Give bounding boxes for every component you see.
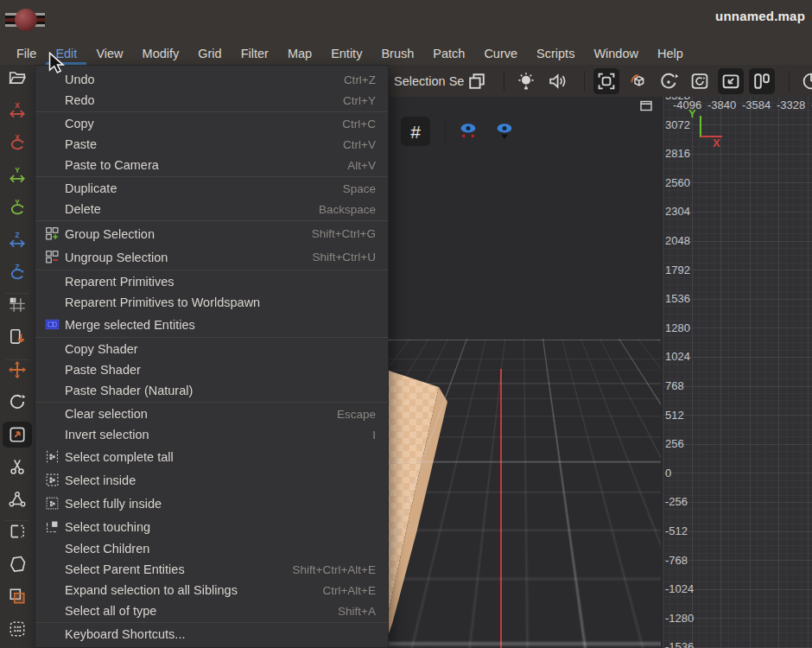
sound-speaker-icon (547, 71, 568, 92)
menubar-item-modify[interactable]: Modify (133, 41, 189, 65)
ruler-label: 512 (665, 409, 684, 422)
tool-button-texture-dots[interactable] (3, 616, 32, 642)
toolbar-divider (445, 120, 446, 143)
menu-item-reparent-primitives-to-worldspawn[interactable]: Reparent Primitives to Worldspawn (35, 292, 388, 313)
menu-item-invert-selection[interactable]: Invert selection I (35, 424, 388, 445)
toolbar-button-pie-chart[interactable] (798, 68, 812, 94)
flip-z-icon (8, 231, 27, 250)
menu-item-paste-shader[interactable]: Paste Shader (35, 359, 388, 380)
menu-item-select-parent-entities[interactable]: Select Parent Entities Shift+Ctrl+Alt+E (35, 559, 388, 580)
menu-item-select-touching[interactable]: Select touching (35, 515, 388, 538)
menu-item-shortcut: Shift+Ctrl+U (312, 251, 376, 264)
toolbar-button-cube-rotate[interactable] (625, 68, 650, 94)
menu-item-redo[interactable]: Redo Ctrl+Y (35, 90, 388, 112)
toolbar-button-rotate-canvas[interactable] (687, 68, 713, 94)
menubar-item-patch[interactable]: Patch (423, 41, 474, 65)
menu-item-label: Paste Shader (Natural) (65, 384, 193, 397)
menu-item-paste-shader-natural[interactable]: Paste Shader (Natural) (35, 380, 388, 403)
menu-item-mouse-bindings[interactable]: Mouse Bindings... (35, 645, 388, 648)
orthographic-grid-panel[interactable]: -4096-3840-3584-3328-3072 33283072281625… (662, 97, 812, 648)
menu-item-delete[interactable]: Delete Backspace (35, 199, 388, 221)
menu-item-label: Select touching (65, 520, 150, 534)
menu-item-clear-selection[interactable]: Clear selection Escape (35, 403, 388, 424)
menubar-item-scripts[interactable]: Scripts (527, 41, 584, 65)
tool-button-brush-overlap[interactable] (3, 583, 32, 609)
menu-item-copy-shader[interactable]: Copy Shader (35, 339, 388, 359)
toolbar-button-sound-speaker[interactable] (544, 68, 570, 94)
menu-item-shortcut: Ctrl+V (343, 138, 376, 151)
menu-item-keyboard-shortcuts[interactable]: Keyboard Shortcuts... (35, 624, 388, 645)
toolbar-button-light-bulb[interactable] (513, 68, 539, 94)
menubar-item-help[interactable]: Help (648, 41, 693, 65)
toolbar-button-layout-corner[interactable] (718, 68, 744, 94)
menu-item-paste[interactable]: Paste Ctrl+V (35, 134, 388, 155)
ruler-label: 1024 (665, 350, 690, 363)
menu-item-shortcut: Escape (337, 408, 376, 421)
group-icon (42, 226, 61, 242)
menu-item-shortcut: Backspace (319, 203, 376, 216)
menu-item-duplicate[interactable]: Duplicate Space (35, 178, 388, 199)
camera-tool-button-grid-toggle[interactable]: # (401, 117, 430, 146)
ruler-label: 2048 (665, 234, 690, 247)
rotate-canvas-icon (689, 71, 710, 92)
menubar-item-file[interactable]: File (7, 41, 46, 65)
menubar-item-edit[interactable]: Edit (46, 41, 86, 65)
camera-tool-button-eye-horizontal[interactable] (454, 117, 483, 146)
menu-item-group-selection[interactable]: Group Selection Shift+Ctrl+G (35, 222, 388, 245)
menu-item-select-children[interactable]: Select Children (35, 538, 388, 559)
menu-item-select-complete-tall[interactable]: Select complete tall (35, 445, 388, 468)
tool-button-folder-open[interactable] (3, 65, 32, 91)
menu-item-undo[interactable]: Undo Ctrl+Z (35, 69, 388, 90)
tool-button-rotate-y[interactable] (3, 194, 32, 220)
left-toolbar (0, 65, 35, 648)
tool-button-flip-z[interactable] (3, 227, 32, 253)
menubar-item-entity[interactable]: Entity (321, 41, 371, 65)
menu-item-label: Copy (65, 117, 94, 130)
menu-item-ungroup-selection[interactable]: Ungroup Selection Shift+Ctrl+U (35, 245, 388, 270)
tool-button-csg-import[interactable] (3, 324, 32, 350)
menu-item-label: Select inside (65, 473, 136, 487)
menu-item-label: Select Children (65, 542, 149, 556)
menubar-item-brush[interactable]: Brush (371, 41, 423, 65)
menu-item-paste-to-camera[interactable]: Paste to Camera Alt+V (35, 155, 388, 177)
layout-corner-icon (720, 71, 741, 92)
tool-button-flip-y[interactable] (3, 162, 32, 188)
tool-button-edge-edit[interactable] (3, 518, 32, 544)
menubar-item-curve[interactable]: Curve (474, 41, 527, 65)
menubar-item-grid[interactable]: Grid (188, 41, 231, 65)
brush-block[interactable] (384, 360, 451, 648)
tool-button-rotate-z[interactable] (3, 259, 32, 285)
tool-button-face-edit[interactable] (3, 551, 32, 577)
toolbar-button-focus-selection[interactable] (593, 68, 619, 94)
menubar-item-map[interactable]: Map (278, 41, 321, 65)
tool-button-flip-x[interactable] (3, 98, 32, 124)
tool-button-vertex-edit[interactable] (3, 486, 32, 512)
camera-viewport[interactable]: # (384, 97, 661, 648)
menu-item-select-fully-inside[interactable]: Select fully inside (35, 492, 388, 515)
menu-item-reparent-primitives[interactable]: Reparent Primitives (35, 271, 388, 292)
tool-button-translate[interactable] (3, 357, 32, 383)
menubar-item-view[interactable]: View (86, 41, 132, 65)
menu-item-merge-selected-entities[interactable]: Merge selected Entities (35, 313, 388, 338)
menubar-item-filter[interactable]: Filter (232, 41, 278, 65)
toolbar-button-orbit-view[interactable] (656, 68, 682, 94)
menu-item-expand-selection-to-all-siblings[interactable]: Expand selection to all Siblings Ctrl+Al… (35, 580, 388, 600)
tool-button-clipper[interactable] (3, 454, 32, 480)
ruler-label: -256 (665, 495, 688, 508)
menu-item-label: Paste (65, 137, 97, 151)
tool-button-resize[interactable] (3, 422, 32, 448)
restore-view-button[interactable] (640, 99, 654, 112)
menu-item-select-all-of-type[interactable]: Select all of type Shift+A (35, 600, 388, 623)
tool-button-csg-grid[interactable] (3, 292, 32, 318)
menu-item-label: Merge selected Entities (65, 318, 195, 332)
menu-item-select-inside[interactable]: Select inside (35, 468, 388, 492)
menu-item-label: Copy Shader (65, 342, 138, 356)
toolbar-button-layout-split[interactable] (749, 68, 775, 94)
menubar-item-window[interactable]: Window (584, 41, 648, 65)
camera-tool-button-eye-down[interactable] (490, 117, 519, 146)
menu-item-copy[interactable]: Copy Ctrl+C (35, 113, 388, 134)
toolbar-button-copy-stack[interactable] (464, 68, 490, 94)
tool-button-rotate-free[interactable] (3, 389, 32, 415)
tool-button-rotate-x[interactable] (3, 130, 32, 156)
menu-item-shortcut: Shift+A (338, 605, 376, 618)
